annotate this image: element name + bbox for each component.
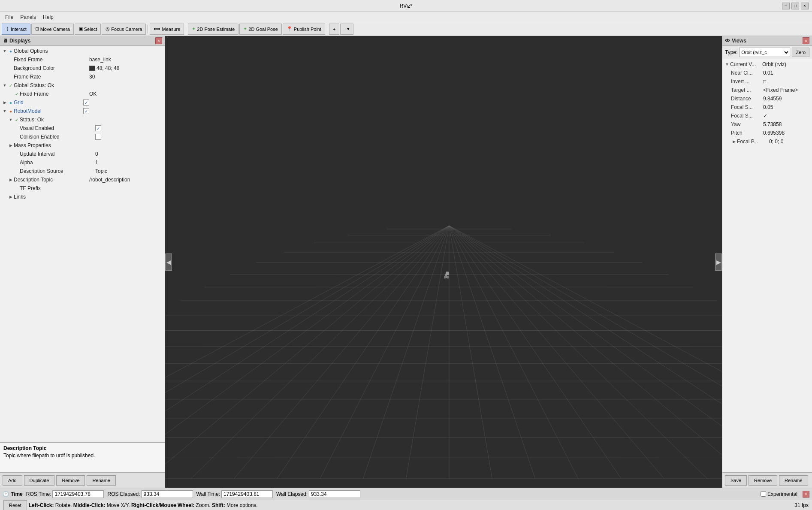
- robot-status-icon: ✓: [14, 118, 20, 122]
- views-zero-button[interactable]: Zero: [792, 48, 809, 57]
- desc-source-value: Topic: [95, 168, 107, 174]
- tree-row-global-status[interactable]: ▼ ✓ Global Status: Ok: [0, 81, 165, 90]
- wall-elapsed-label: Wall Elapsed:: [276, 491, 308, 497]
- grid-label: Grid: [14, 100, 24, 106]
- views-save-button[interactable]: Save: [725, 475, 747, 486]
- wall-elapsed-field: Wall Elapsed: 933.34: [276, 490, 360, 498]
- desc-topic-label: Description Topic: [14, 177, 53, 183]
- tree-row-grid[interactable]: ▶ ● Grid ✓: [0, 98, 165, 107]
- select-icon: ▣: [78, 26, 83, 32]
- menu-bar: File Panels Help: [0, 12, 812, 22]
- views-row-current[interactable]: ▼ Current V... Orbit (rviz): [722, 60, 812, 69]
- rename-display-button[interactable]: Rename: [87, 475, 116, 486]
- tree-row-frame-rate[interactable]: Frame Rate 30: [0, 72, 165, 81]
- fixed-frame-status-label: Fixed Frame: [20, 91, 48, 97]
- focus-camera-button[interactable]: ◎ Focus Camera: [102, 24, 146, 35]
- minus-toolbar-button[interactable]: −▾: [340, 24, 353, 35]
- views-title: 👁 Views: [725, 38, 746, 44]
- tree-row-visual-enabled[interactable]: Visual Enabled ✓: [0, 124, 165, 133]
- views-row-near-clip[interactable]: Near Cl... 0.01: [722, 69, 812, 77]
- right-arrow-button[interactable]: ▶: [715, 253, 722, 271]
- tree-row-links[interactable]: ▶ Links: [0, 193, 165, 201]
- desc-source-label: Description Source: [20, 168, 63, 174]
- minimize-button[interactable]: −: [782, 3, 790, 9]
- visual-enabled-label: Visual Enabled: [20, 125, 54, 131]
- views-row-distance[interactable]: Distance 9.84559: [722, 94, 812, 103]
- close-button[interactable]: ×: [801, 3, 809, 9]
- menu-panels[interactable]: Panels: [17, 13, 39, 21]
- views-type-select[interactable]: Orbit (rviz_c: [739, 48, 790, 57]
- wall-elapsed-value: 933.34: [309, 490, 360, 498]
- focus-icon: ◎: [106, 26, 110, 32]
- tree-row-tf-prefix[interactable]: TF Prefix: [0, 184, 165, 193]
- displays-close-button[interactable]: ×: [155, 37, 162, 44]
- robot-model-checkbox[interactable]: ✓: [83, 108, 89, 114]
- publish-point-button[interactable]: 📍 Publish Point: [283, 24, 325, 35]
- ros-elapsed-value: 933.34: [142, 490, 193, 498]
- left-arrow-button[interactable]: ◀: [165, 253, 172, 271]
- help-text: Left-Click: Rotate. Middle-Click: Move X…: [29, 502, 258, 508]
- views-row-focal-shape2[interactable]: Focal S... ✓: [722, 112, 812, 120]
- title-bar: RViz* − □ ×: [0, 0, 812, 12]
- status-ok-icon: ✓: [8, 83, 14, 88]
- bg-color-swatch: [89, 66, 95, 71]
- menu-file[interactable]: File: [2, 13, 17, 21]
- toolbar-sep-1: [148, 25, 148, 33]
- collision-enabled-checkbox[interactable]: [95, 134, 101, 140]
- tree-row-robot-status[interactable]: ▼ ✓ Status: Ok: [0, 115, 165, 124]
- tree-row-fixed-frame-status[interactable]: ✓ Fixed Frame OK: [0, 90, 165, 98]
- move-camera-button[interactable]: ⊞ Move Camera: [31, 24, 74, 35]
- reset-button[interactable]: Reset: [3, 500, 27, 510]
- views-row-focal-point[interactable]: ▶ Focal P... 0; 0; 0: [722, 137, 812, 146]
- mass-properties-label: Mass Properties: [14, 142, 51, 148]
- toolbar: ⊹ Interact ⊞ Move Camera ▣ Select ◎ Focu…: [0, 22, 812, 36]
- views-row-target[interactable]: Target ... <Fixed Frame>: [722, 86, 812, 94]
- views-rename-button[interactable]: Rename: [779, 475, 808, 486]
- 3d-viewport-canvas: [165, 36, 722, 488]
- tree-row-desc-source[interactable]: Description Source Topic: [0, 167, 165, 175]
- time-close-button[interactable]: ×: [803, 491, 809, 498]
- wall-time-field: Wall Time: 1719429403.81: [196, 490, 273, 498]
- tree-row-global-options[interactable]: ▼ ● Global Options: [0, 47, 165, 55]
- grid-expand: ▶: [2, 100, 8, 105]
- views-row-yaw[interactable]: Yaw 5.73858: [722, 120, 812, 129]
- tree-row-fixed-frame[interactable]: Fixed Frame base_link: [0, 55, 165, 64]
- tree-row-desc-topic[interactable]: ▶ Description Topic /robot_description: [0, 175, 165, 184]
- fps-display: 31 fps: [794, 502, 809, 508]
- expand-arrow: ▶: [8, 195, 14, 199]
- displays-tree[interactable]: ▼ ● Global Options Fixed Frame base_link: [0, 46, 165, 442]
- viewport-panel[interactable]: ◀ ▶: [165, 36, 722, 488]
- views-close-button[interactable]: ×: [803, 37, 809, 44]
- fixed-frame-value: base_link: [89, 57, 111, 63]
- toolbar-sep-2: [186, 25, 186, 33]
- grid-checkbox[interactable]: ✓: [83, 100, 89, 106]
- tree-row-update-interval[interactable]: Update Interval 0: [0, 150, 165, 158]
- monitor-icon: 🖥: [3, 38, 8, 44]
- tree-row-bg-color[interactable]: Background Color 48; 48; 48: [0, 64, 165, 72]
- menu-help[interactable]: Help: [39, 13, 57, 21]
- views-row-invert[interactable]: Invert ... □: [722, 77, 812, 86]
- interact-button[interactable]: ⊹ Interact: [2, 24, 30, 35]
- views-remove-button[interactable]: Remove: [749, 475, 777, 486]
- duplicate-display-button[interactable]: Duplicate: [24, 475, 55, 486]
- global-status-label: Global Status: Ok: [14, 82, 54, 88]
- maximize-button[interactable]: □: [791, 3, 799, 9]
- time-section-header: 🕐 Time: [3, 491, 23, 497]
- views-row-focal-shape[interactable]: Focal S... 0.05: [722, 103, 812, 112]
- tree-row-mass-properties[interactable]: ▶ Mass Properties: [0, 141, 165, 150]
- goal-pose-button[interactable]: ✦ 2D Goal Pose: [239, 24, 281, 35]
- remove-display-button[interactable]: Remove: [56, 475, 85, 486]
- measure-button[interactable]: ⟺ Measure: [150, 24, 184, 35]
- tree-row-robot-model[interactable]: ▼ ● RobotModel ✓: [0, 107, 165, 115]
- bg-color-label: Background Color: [14, 65, 55, 71]
- visual-enabled-checkbox[interactable]: ✓: [95, 125, 101, 131]
- views-row-pitch[interactable]: Pitch 0.695398: [722, 129, 812, 137]
- select-button[interactable]: ▣ Select: [75, 24, 101, 35]
- tree-row-alpha[interactable]: Alpha 1: [0, 158, 165, 167]
- tree-row-collision-enabled[interactable]: Collision Enabled: [0, 133, 165, 141]
- experimental-checkbox[interactable]: [761, 491, 766, 497]
- add-display-button[interactable]: Add: [3, 475, 22, 486]
- pose-estimate-button[interactable]: ✦ 2D Pose Estimate: [188, 24, 238, 35]
- add-toolbar-button[interactable]: +: [329, 24, 339, 35]
- near-clip-label: Near Cl...: [731, 70, 763, 76]
